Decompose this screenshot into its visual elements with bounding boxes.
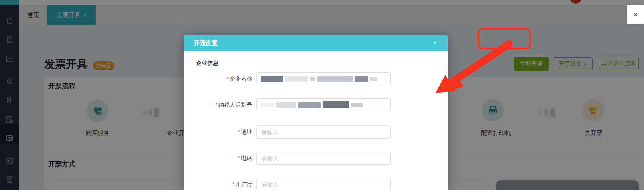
phone-input[interactable] xyxy=(256,152,391,165)
required-mark: * xyxy=(238,129,240,135)
field-label: *地址 xyxy=(200,129,256,136)
bank-input[interactable] xyxy=(256,178,391,190)
field-row-phone: *电话 xyxy=(200,152,437,165)
field-label: *开户行 xyxy=(200,181,256,188)
taxpayer-id-field[interactable] xyxy=(256,98,391,111)
modal-header: 开通设置 × xyxy=(184,35,448,51)
company-info-section-title: 企业信息 xyxy=(196,60,218,67)
app-window: 首页 发票开具× 发票开具 待开通 立即开通 开票设置∨ xyxy=(0,0,644,190)
close-icon: × xyxy=(633,10,638,19)
required-mark: * xyxy=(216,101,218,108)
annotation-arrow-icon xyxy=(426,38,530,102)
required-mark: * xyxy=(227,75,229,82)
field-row-taxpayer-id: *纳税人识别号 xyxy=(200,98,437,111)
company-name-field[interactable] xyxy=(256,72,391,85)
activation-settings-modal: 开通设置 × 企业信息 *企业名称 *纳税人识别号 xyxy=(184,35,448,190)
field-row-bank: *开户行 xyxy=(200,178,437,190)
field-row-address: *地址 xyxy=(200,125,437,139)
field-label: *纳税人识别号 xyxy=(200,101,256,109)
address-input[interactable] xyxy=(256,125,391,139)
field-row-company-name: *企业名称 xyxy=(200,72,437,85)
required-mark: * xyxy=(232,181,234,187)
field-label: *电话 xyxy=(200,155,256,162)
window-close-button[interactable]: × xyxy=(627,5,644,24)
required-mark: * xyxy=(238,155,240,161)
field-label: *企业名称 xyxy=(200,75,256,83)
modal-title: 开通设置 xyxy=(194,35,218,51)
